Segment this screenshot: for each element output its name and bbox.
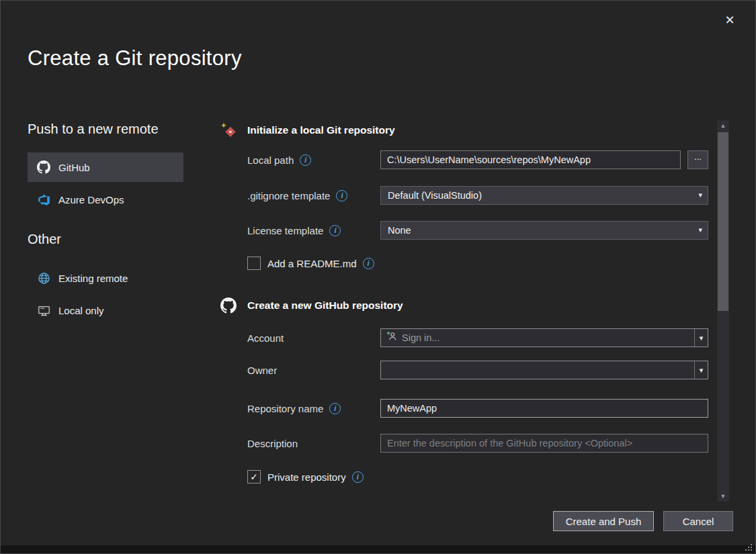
label-text: Repository name (247, 403, 323, 414)
owner-row: Owner ▾ (247, 360, 708, 380)
local-path-row: Local path i ... (247, 150, 708, 170)
create-github-repo-header: Create a new GitHub repository (219, 297, 403, 314)
sidebar-item-local-only[interactable]: Local only (28, 295, 183, 325)
license-dropdown[interactable]: None ▾ (380, 221, 708, 240)
repo-name-control (380, 399, 708, 418)
readme-row: Add a README.md i (247, 253, 708, 273)
info-icon[interactable]: i (329, 225, 341, 236)
scrollbar[interactable]: ▲ ▼ (717, 120, 729, 502)
bottom-strip (1, 545, 755, 553)
sidebar-item-label: Local only (58, 305, 104, 316)
combo-arrow-button[interactable]: ▾ (694, 329, 708, 347)
globe-icon (37, 271, 50, 285)
description-control (380, 434, 708, 453)
repo-name-label: Repository name i (247, 403, 380, 414)
section-title: Initialize a local Git repository (247, 124, 395, 136)
push-remote-heading: Push to a new remote (28, 122, 159, 137)
owner-control: ▾ (380, 361, 708, 379)
person-add-icon (386, 331, 397, 344)
sidebar-item-azure-devops[interactable]: Azure DevOps (28, 185, 183, 214)
label-text: .gitignore template (247, 190, 330, 201)
scroll-down-icon[interactable]: ▼ (717, 491, 729, 502)
chevron-down-icon: ▾ (700, 366, 704, 375)
license-label: License template i (247, 225, 380, 236)
account-row: Account Sign in... ▾ (247, 328, 708, 348)
owner-label: Owner (247, 365, 380, 376)
github-icon (37, 160, 50, 174)
combo-arrow-button[interactable]: ▾ (694, 361, 708, 379)
readme-label: Add a README.md (267, 258, 357, 269)
license-row: License template i None ▾ (247, 220, 708, 240)
label-text: License template (247, 225, 323, 236)
label-text: Description (247, 438, 298, 449)
azure-devops-icon (37, 193, 50, 206)
private-repo-row: ✓ Private repository i (247, 467, 708, 487)
sidebar-item-label: GitHub (58, 162, 90, 173)
info-icon[interactable]: i (336, 190, 347, 201)
dropdown-value: None (388, 225, 411, 236)
resize-grip[interactable] (751, 549, 752, 551)
gitignore-row: .gitignore template i Default (VisualStu… (247, 185, 708, 205)
local-path-control: ... (380, 150, 708, 169)
owner-combo[interactable]: ▾ (380, 361, 708, 379)
github-icon (219, 297, 238, 314)
info-icon[interactable]: i (329, 403, 341, 414)
private-repo-label: Private repository (267, 471, 346, 483)
label-text: Account (247, 332, 284, 344)
local-path-label: Local path i (247, 154, 380, 166)
info-icon[interactable]: i (300, 154, 311, 166)
license-control: None ▾ (380, 221, 708, 240)
gitignore-label: .gitignore template i (247, 190, 380, 201)
readme-checkbox[interactable] (247, 257, 261, 270)
new-repository-icon (219, 122, 238, 139)
label-text: Local path (247, 154, 294, 166)
scrollbar-thumb[interactable] (718, 132, 728, 311)
description-input[interactable] (380, 434, 708, 453)
sidebar-item-existing-remote[interactable]: Existing remote (28, 263, 183, 293)
sidebar-item-github[interactable]: GitHub (28, 152, 183, 182)
chevron-down-icon: ▾ (700, 334, 704, 342)
section-title: Create a new GitHub repository (247, 299, 403, 312)
local-path-input[interactable] (380, 150, 681, 169)
sidebar-item-label: Existing remote (58, 273, 128, 284)
create-and-push-button[interactable]: Create and Push (553, 511, 654, 531)
gitignore-dropdown[interactable]: Default (VisualStudio) ▾ (380, 186, 708, 205)
other-heading: Other (28, 232, 61, 247)
account-combo[interactable]: Sign in... ▾ (380, 328, 708, 347)
chevron-down-icon: ▾ (698, 226, 702, 234)
account-value: Sign in... (402, 332, 439, 343)
init-local-repo-header: Initialize a local Git repository (219, 122, 395, 139)
description-label: Description (247, 438, 380, 449)
info-icon[interactable]: i (363, 258, 374, 269)
account-label: Account (247, 332, 380, 344)
repo-name-row: Repository name i (247, 398, 708, 418)
create-git-repository-dialog: ✕ Create a Git repository Push to a new … (0, 0, 756, 554)
browse-button[interactable]: ... (687, 150, 708, 169)
close-icon[interactable]: ✕ (719, 10, 741, 30)
gitignore-control: Default (VisualStudio) ▾ (380, 186, 708, 205)
main-content: Initialize a local Git repository Local … (219, 120, 708, 508)
footer: Create and Push Cancel (553, 511, 733, 531)
label-text: Owner (247, 365, 277, 376)
description-row: Description (247, 433, 708, 453)
scroll-up-icon[interactable]: ▲ (717, 120, 729, 131)
repo-name-input[interactable] (380, 399, 708, 418)
info-icon[interactable]: i (352, 471, 364, 483)
dropdown-value: Default (VisualStudio) (388, 190, 482, 201)
sidebar-item-label: Azure DevOps (58, 194, 124, 205)
monitor-icon (37, 304, 50, 317)
chevron-down-icon: ▾ (698, 191, 702, 199)
page-title: Create a Git repository (28, 46, 242, 71)
account-control: Sign in... ▾ (380, 328, 708, 347)
private-repo-checkbox[interactable]: ✓ (247, 470, 261, 483)
cancel-button[interactable]: Cancel (663, 511, 733, 531)
